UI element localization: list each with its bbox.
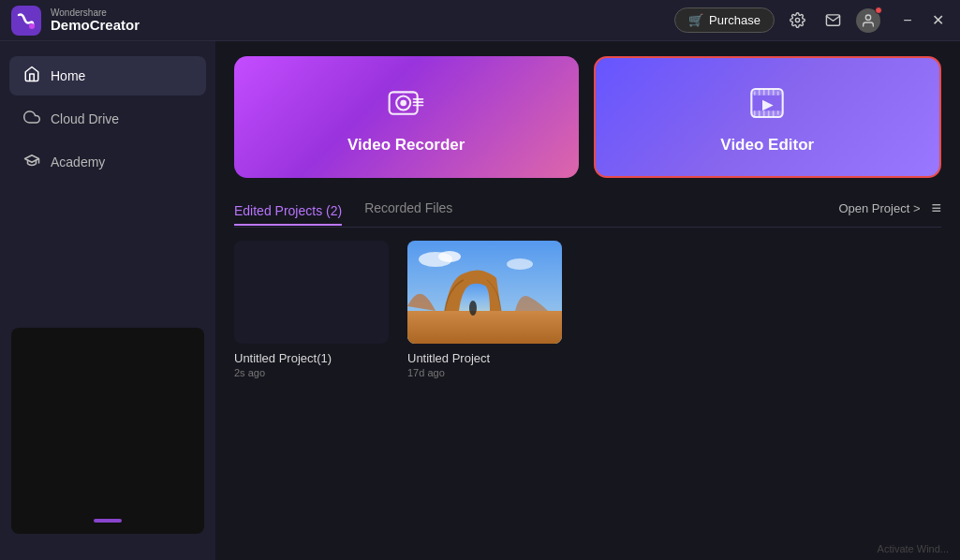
cloud-icon — [22, 109, 41, 129]
purchase-label: Purchase — [709, 13, 761, 27]
main-layout: Home Cloud Drive Academy — [0, 41, 960, 560]
project-name-1: Untitled Project(1) — [234, 351, 389, 365]
svg-rect-8 — [412, 101, 423, 103]
sidebar-item-academy[interactable]: Academy — [9, 142, 206, 182]
purchase-button[interactable]: 🛒 Purchase — [674, 7, 775, 33]
project-card-1[interactable]: Untitled Project(1) 2s ago — [234, 241, 389, 378]
mail-icon-button[interactable] — [820, 7, 846, 34]
sidebar-label-academy: Academy — [51, 155, 105, 169]
recorder-card-label: Video Recorder — [347, 136, 465, 155]
settings-icon — [790, 12, 805, 28]
svg-marker-13 — [762, 100, 774, 111]
academy-icon — [22, 152, 41, 172]
watermark-text: Activate Wind... — [878, 543, 949, 554]
project-thumb-2 — [407, 241, 562, 344]
tab-recorded-files[interactable]: Recorded Files — [364, 197, 452, 219]
menu-icon: ≡ — [931, 199, 941, 217]
sidebar-preview — [11, 328, 204, 534]
title-bar: Wondershare DemoCreator 🛒 Purchase — [0, 0, 960, 41]
tabs-row: Edited Projects (2) Recorded Files Open … — [234, 197, 941, 228]
sidebar-nav: Home Cloud Drive Academy — [0, 56, 215, 182]
user-profile-button[interactable] — [855, 7, 881, 34]
sidebar-item-cloud-drive[interactable]: Cloud Drive — [9, 99, 206, 139]
svg-point-3 — [865, 15, 870, 20]
open-project-button[interactable]: Open Project > — [838, 201, 920, 215]
projects-grid: Untitled Project(1) 2s ago — [234, 241, 941, 378]
tab-edited-label: Edited Projects (2) — [234, 203, 342, 218]
svg-rect-27 — [407, 311, 562, 344]
sidebar: Home Cloud Drive Academy — [0, 41, 215, 560]
app-branding: Wondershare DemoCreator — [11, 6, 140, 36]
window-controls: − ✕ — [896, 9, 949, 32]
mail-icon — [825, 12, 841, 28]
preview-progress-bar — [94, 519, 122, 523]
project-thumbnail-image — [407, 241, 562, 344]
title-bar-actions: 🛒 Purchase − ✕ — [674, 7, 949, 34]
project-card-2[interactable]: Untitled Project 17d ago — [407, 241, 562, 378]
svg-rect-9 — [412, 105, 423, 107]
home-icon — [22, 66, 41, 86]
projects-menu-button[interactable]: ≡ — [931, 199, 941, 218]
svg-point-28 — [469, 301, 477, 316]
svg-point-30 — [438, 251, 461, 262]
recorder-card-icon — [383, 80, 430, 126]
tab-recorded-label: Recorded Files — [364, 200, 452, 215]
tab-edited-projects[interactable]: Edited Projects (2) — [234, 199, 342, 226]
app-title: Wondershare DemoCreator — [51, 7, 140, 34]
svg-point-2 — [795, 18, 799, 22]
close-button[interactable]: ✕ — [926, 9, 949, 32]
project-time-2: 17d ago — [407, 367, 562, 378]
sidebar-label-home: Home — [51, 68, 85, 83]
tabs-actions: Open Project > ≡ — [838, 199, 941, 218]
hero-cards: Video Recorder — [234, 56, 941, 178]
svg-point-1 — [29, 23, 35, 29]
content-area: Video Recorder — [215, 41, 960, 560]
video-editor-card[interactable]: Video Editor — [594, 56, 942, 178]
settings-icon-button[interactable] — [784, 7, 810, 34]
notification-dot — [875, 7, 882, 14]
user-icon — [861, 13, 876, 28]
editor-card-label: Video Editor — [720, 136, 814, 155]
app-logo — [11, 6, 41, 36]
open-project-label: Open Project > — [838, 201, 920, 215]
sidebar-label-cloud-drive: Cloud Drive — [51, 111, 119, 126]
video-recorder-card[interactable]: Video Recorder — [234, 56, 579, 178]
svg-point-31 — [507, 258, 533, 270]
purchase-cart-icon: 🛒 — [688, 13, 703, 27]
minimize-button[interactable]: − — [896, 9, 919, 32]
editor-card-icon — [744, 80, 790, 126]
sidebar-item-home[interactable]: Home — [9, 56, 206, 96]
project-time-1: 2s ago — [234, 367, 389, 378]
svg-point-6 — [400, 100, 406, 107]
svg-rect-7 — [412, 98, 423, 100]
project-thumb-1 — [234, 241, 389, 344]
app-name-label: DemoCreator — [51, 18, 140, 34]
project-name-2: Untitled Project — [407, 351, 562, 365]
